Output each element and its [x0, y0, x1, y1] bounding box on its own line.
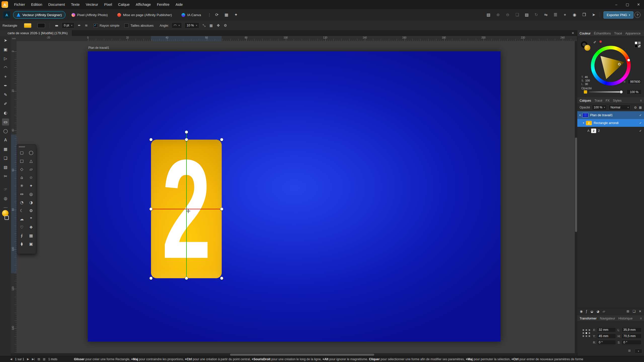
- rotation-handle[interactable]: [185, 131, 188, 134]
- tab-trace[interactable]: Tracé: [614, 32, 622, 35]
- transform-units-dropdown[interactable]: ▾: [635, 349, 642, 353]
- tear-drop-icon[interactable]: ⧫: [17, 240, 26, 248]
- selection-handle-bottom-center[interactable]: [185, 277, 188, 280]
- vertical-scrollbar[interactable]: [575, 41, 577, 353]
- view-tool[interactable]: ☞: [2, 186, 9, 193]
- color-mode-swatches[interactable]: [635, 42, 641, 48]
- layer-row-rectangle[interactable]: ▾ 2 Rectangle arrondi ✓: [577, 119, 644, 127]
- swatch-gray[interactable]: [638, 42, 641, 44]
- ellipse-tool[interactable]: ◯: [2, 128, 9, 135]
- vector-crop-tool[interactable]: ▧: [2, 164, 9, 171]
- knife-tool[interactable]: ✂: [2, 173, 9, 180]
- scale-handles-icon[interactable]: ⤡: [202, 23, 206, 28]
- insert-inside-icon[interactable]: ⊕: [496, 11, 501, 18]
- selection-handle-top-left[interactable]: [149, 138, 153, 141]
- insert-behind-icon[interactable]: ⊖: [505, 11, 510, 18]
- last-page-icon[interactable]: ▶|: [32, 357, 35, 361]
- double-star-icon[interactable]: ✦: [26, 182, 36, 190]
- opacity-slider-knob[interactable]: [620, 90, 623, 94]
- flip-horizontal-icon[interactable]: ⇋: [543, 11, 548, 18]
- pen-tool[interactable]: ✒: [2, 82, 9, 89]
- help-button[interactable]: ?: [634, 12, 640, 18]
- pie-icon[interactable]: ◔: [17, 198, 26, 207]
- transform-origin-icon[interactable]: ⌖: [562, 11, 567, 18]
- swatch-black[interactable]: [635, 45, 637, 48]
- transform-panel-menu-icon[interactable]: ≡: [640, 317, 642, 320]
- tab-calques[interactable]: Calques: [580, 99, 591, 102]
- pencil-tool[interactable]: ✎: [2, 91, 9, 98]
- stroke-color-swatch[interactable]: [37, 23, 45, 28]
- secondary-color-dot[interactable]: [599, 41, 602, 43]
- tab-navigateur[interactable]: Navigateur: [600, 317, 615, 320]
- blend-mode-select[interactable]: Normal: [609, 105, 630, 110]
- layers-panel-menu-icon[interactable]: ≡: [640, 99, 642, 102]
- move-tool[interactable]: ➤: [2, 37, 9, 44]
- absolute-sizes-checkbox[interactable]: Tailles absolues: [124, 23, 154, 28]
- snapping-icon[interactable]: ◉: [572, 11, 577, 18]
- adjustment-icon[interactable]: ◒: [590, 309, 593, 313]
- segment-icon[interactable]: ◑: [26, 198, 36, 207]
- menu-document[interactable]: Document: [45, 1, 68, 8]
- persona-publisher[interactable]: Mise en page (Affinity Publisher): [114, 11, 175, 19]
- tab-trace-layers[interactable]: Tracé: [594, 99, 602, 102]
- persona-vector-designer[interactable]: Vecteur (Affinity Designer): [13, 11, 65, 19]
- maximize-button[interactable]: ▢: [622, 0, 633, 9]
- menu-edition[interactable]: Edition: [28, 1, 45, 8]
- add-layer-icon[interactable]: ⊞: [627, 309, 629, 313]
- shear-input[interactable]: 0 °: [622, 340, 642, 345]
- blend-range-icon[interactable]: ▦: [639, 106, 642, 109]
- cog-icon[interactable]: ⚙: [26, 207, 36, 215]
- swatch-white[interactable]: [635, 42, 637, 44]
- add-group-icon[interactable]: ❏: [632, 309, 635, 313]
- edit-all-layers-icon[interactable]: ◉: [580, 309, 583, 313]
- expand-arrow-icon[interactable]: ▾: [583, 122, 584, 124]
- corner-type-select[interactable]: ◠: [171, 22, 182, 28]
- visibility-checkbox[interactable]: ✓: [639, 129, 642, 133]
- tab-fx[interactable]: FX: [605, 99, 610, 102]
- picture-frame-icon[interactable]: ▣: [26, 240, 36, 248]
- cloud-icon[interactable]: ☁: [17, 215, 26, 223]
- duplicate-icon[interactable]: ❏: [515, 11, 520, 18]
- hex-input[interactable]: 997600: [628, 79, 642, 84]
- preview-mode-icon[interactable]: ❒: [582, 11, 587, 18]
- export-png-button[interactable]: Exporter PNG: [603, 11, 633, 19]
- diamond-icon[interactable]: ◇: [17, 165, 26, 173]
- pages-icon[interactable]: ▤: [37, 357, 40, 361]
- vertical-scrollbar-thumb[interactable]: [575, 138, 577, 232]
- selection-handle-bottom-left[interactable]: [149, 277, 153, 280]
- stroke-style-icon[interactable]: ▬: [54, 23, 59, 27]
- menu-texte[interactable]: Texte: [68, 1, 83, 8]
- tab-echantillons[interactable]: Échantillons: [594, 32, 611, 35]
- menu-fenetre[interactable]: Fenêtre: [154, 1, 172, 8]
- star-icon[interactable]: ☆: [26, 173, 36, 182]
- flyout-drag-handle[interactable]: [19, 146, 25, 147]
- burst-icon[interactable]: ✳: [17, 182, 26, 190]
- ruler-unit-box[interactable]: mm: [11, 36, 17, 41]
- trapezoid-icon[interactable]: ▱: [26, 165, 36, 173]
- persona-canva-ai[interactable]: IA Canva: [178, 11, 205, 19]
- color-selector-well[interactable]: [2, 210, 10, 223]
- layers-opacity-select[interactable]: 100 %: [592, 105, 607, 110]
- fill-tool[interactable]: ◐: [2, 109, 9, 116]
- pressure-profile-icon[interactable]: ≋: [84, 23, 89, 27]
- menu-calque[interactable]: Calque: [115, 1, 133, 8]
- selection-handle-bottom-right[interactable]: [220, 277, 223, 280]
- selection-handle-middle-right[interactable]: [220, 208, 223, 211]
- canvas[interactable]: Plan de travail1 2 ▢◯□△◇▱⌂☆✳✦⇔◎◔◑☾⚙☁❞♡❖∮…: [17, 41, 577, 353]
- fx-icon[interactable]: ƒ: [586, 309, 587, 313]
- stroke-brush-icon[interactable]: ✒: [77, 23, 82, 27]
- zoom-tool[interactable]: ◎: [2, 195, 9, 202]
- tab-historique[interactable]: Historique: [618, 317, 632, 320]
- y-input[interactable]: 45 mm: [597, 334, 616, 339]
- rectangle-icon[interactable]: □: [17, 157, 26, 165]
- artboard[interactable]: [88, 51, 501, 342]
- mask-icon[interactable]: ◕: [596, 309, 599, 313]
- callout-icon[interactable]: ❞: [26, 215, 36, 223]
- sync-icon[interactable]: ⟳: [214, 11, 219, 18]
- pointer-options-icon[interactable]: ➤: [591, 11, 596, 18]
- swatches-sync-icon[interactable]: ▧: [486, 11, 491, 18]
- horizontal-ruler[interactable]: -20020406080100120140160180200220240: [17, 36, 577, 41]
- rectangle-tool[interactable]: ▭: [2, 118, 9, 126]
- persona-pixel-photo[interactable]: Pixel (Affinity Photo): [68, 11, 111, 19]
- stroke-width-select[interactable]: 0 pt: [62, 22, 74, 28]
